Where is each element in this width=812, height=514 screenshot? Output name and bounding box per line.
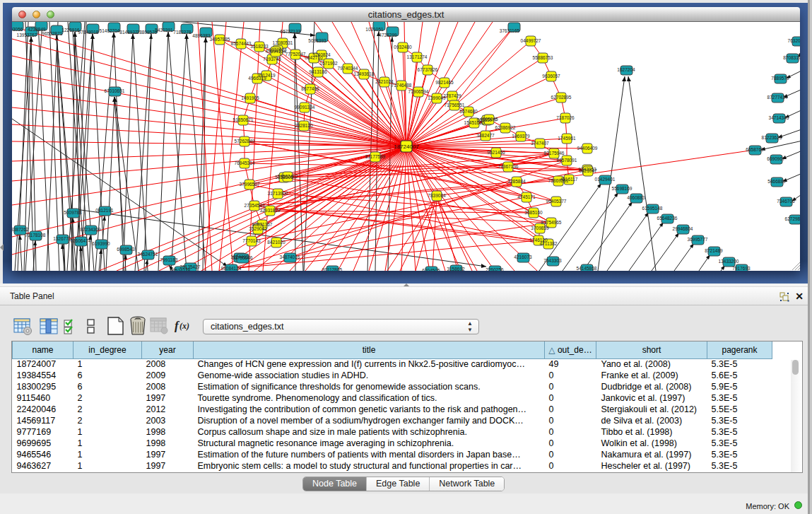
svg-text:1491905: 1491905 xyxy=(241,95,259,100)
svg-text:13493618: 13493618 xyxy=(354,71,375,76)
svg-text:62386922: 62386922 xyxy=(495,125,516,130)
svg-text:0842710: 0842710 xyxy=(305,55,323,60)
svg-text:99091334: 99091334 xyxy=(295,105,315,110)
svg-text:8148932: 8148932 xyxy=(119,30,138,35)
svg-text:01429401: 01429401 xyxy=(595,177,616,182)
svg-text:62702895: 62702895 xyxy=(551,95,572,100)
svg-text:4711382: 4711382 xyxy=(540,241,558,246)
svg-text:55698169: 55698169 xyxy=(612,186,632,191)
svg-text:4896383: 4896383 xyxy=(192,33,211,38)
svg-text:87234309: 87234309 xyxy=(81,227,101,232)
svg-text:86578091: 86578091 xyxy=(557,158,577,163)
svg-text:75869261: 75869261 xyxy=(548,178,569,183)
svg-text:98084124: 98084124 xyxy=(221,266,242,271)
svg-text:1226916: 1226916 xyxy=(61,28,80,33)
svg-text:2787429: 2787429 xyxy=(443,93,461,98)
svg-text:1745961: 1745961 xyxy=(558,136,576,141)
svg-text:2260256: 2260256 xyxy=(486,267,504,271)
svg-text:5009788: 5009788 xyxy=(64,210,82,215)
svg-text:9521456: 9521456 xyxy=(487,150,505,155)
svg-text:71906594: 71906594 xyxy=(408,89,429,94)
svg-text:3482477: 3482477 xyxy=(476,133,495,138)
svg-text:32931839: 32931839 xyxy=(260,208,281,213)
svg-text:7917693: 7917693 xyxy=(732,266,751,271)
svg-text:3747407: 3747407 xyxy=(531,141,549,146)
svg-text:37996507: 37996507 xyxy=(240,182,260,187)
svg-text:81223623: 81223623 xyxy=(762,135,782,140)
svg-text:1031051: 1031051 xyxy=(365,27,384,32)
svg-text:65648236: 65648236 xyxy=(657,216,678,221)
svg-text:6204505: 6204505 xyxy=(422,268,440,271)
svg-text:7770143: 7770143 xyxy=(242,238,261,243)
svg-text:3709859: 3709859 xyxy=(531,226,549,230)
svg-text:5674680: 5674680 xyxy=(459,109,478,114)
svg-text:6193990: 6193990 xyxy=(92,241,110,246)
svg-text:4745171: 4745171 xyxy=(517,194,536,199)
svg-text:3529042: 3529042 xyxy=(249,226,267,231)
svg-text:8721489: 8721489 xyxy=(705,248,723,253)
svg-text:94406409: 94406409 xyxy=(577,146,598,151)
svg-text:39502402: 39502402 xyxy=(278,174,298,179)
svg-text:77752047: 77752047 xyxy=(286,52,306,57)
svg-text:57262849: 57262849 xyxy=(235,139,255,144)
svg-text:4005045: 4005045 xyxy=(480,117,498,122)
svg-text:61595148: 61595148 xyxy=(642,206,663,211)
svg-text:71746488: 71746488 xyxy=(392,83,412,88)
svg-text:(x): (x) xyxy=(180,321,189,331)
svg-text:04499727: 04499727 xyxy=(521,38,541,43)
svg-text:67737826: 67737826 xyxy=(418,67,438,72)
svg-text:71756551: 71756551 xyxy=(445,103,465,107)
svg-text:34714345: 34714345 xyxy=(769,115,789,120)
svg-text:62729806: 62729806 xyxy=(785,216,800,221)
svg-text:7991183: 7991183 xyxy=(160,257,178,262)
svg-text:7193745: 7193745 xyxy=(263,57,281,62)
svg-text:53755646: 53755646 xyxy=(233,255,253,260)
svg-text:37631165: 37631165 xyxy=(500,28,520,33)
svg-text:36995777: 36995777 xyxy=(688,237,708,242)
svg-text:80112805: 80112805 xyxy=(322,267,343,271)
svg-text:34957885: 34957885 xyxy=(210,37,230,42)
svg-text:73178108: 73178108 xyxy=(25,233,46,238)
svg-text:1627204: 1627204 xyxy=(617,67,635,72)
svg-text:8421020: 8421020 xyxy=(267,240,286,245)
svg-text:9421047: 9421047 xyxy=(579,168,597,173)
svg-text:9821465: 9821465 xyxy=(435,80,454,85)
svg-text:7182278: 7182278 xyxy=(173,30,192,35)
svg-text:79740344: 79740344 xyxy=(338,66,358,71)
svg-text:6690967: 6690967 xyxy=(767,156,785,161)
svg-text:81754965: 81754965 xyxy=(541,220,562,225)
svg-text:81177589: 81177589 xyxy=(365,154,386,159)
svg-text:65787133: 65787133 xyxy=(281,29,301,34)
svg-text:5466889: 5466889 xyxy=(767,179,786,184)
svg-text:4060883: 4060883 xyxy=(627,195,645,200)
svg-text:97848018: 97848018 xyxy=(78,30,99,35)
svg-text:1671902: 1671902 xyxy=(319,61,338,66)
svg-text:0812191: 0812191 xyxy=(95,208,114,213)
svg-text:4216073: 4216073 xyxy=(514,255,532,259)
svg-text:31713900: 31713900 xyxy=(268,191,288,196)
svg-text:76945314: 76945314 xyxy=(235,160,255,165)
svg-text:13953767: 13953767 xyxy=(17,33,37,37)
svg-text:3518233: 3518233 xyxy=(250,44,269,49)
svg-text:8708317: 8708317 xyxy=(783,55,800,60)
svg-text:49894134: 49894134 xyxy=(266,49,286,54)
svg-text:00524278: 00524278 xyxy=(170,268,191,271)
svg-text:51462704: 51462704 xyxy=(100,28,120,33)
svg-text:82175946: 82175946 xyxy=(544,151,565,156)
svg-text:6998543: 6998543 xyxy=(117,247,135,252)
svg-text:96532871: 96532871 xyxy=(42,31,63,36)
svg-text:17080531: 17080531 xyxy=(273,40,293,45)
svg-text:5098393: 5098393 xyxy=(308,38,326,43)
svg-text:54145868: 54145868 xyxy=(577,266,597,271)
svg-text:1969379: 1969379 xyxy=(512,134,530,139)
svg-text:9413186: 9413186 xyxy=(309,69,327,74)
svg-text:85574443: 85574443 xyxy=(231,41,252,46)
svg-text:3158692: 3158692 xyxy=(447,267,465,271)
svg-text:96405377: 96405377 xyxy=(546,199,567,204)
svg-text:5430391: 5430391 xyxy=(155,28,173,33)
svg-text:29946804: 29946804 xyxy=(673,226,693,231)
svg-text:34874016: 34874016 xyxy=(280,255,300,259)
svg-text:34624751: 34624751 xyxy=(138,252,158,257)
svg-text:7839084: 7839084 xyxy=(428,193,446,198)
svg-text:7543303: 7543303 xyxy=(543,258,562,263)
